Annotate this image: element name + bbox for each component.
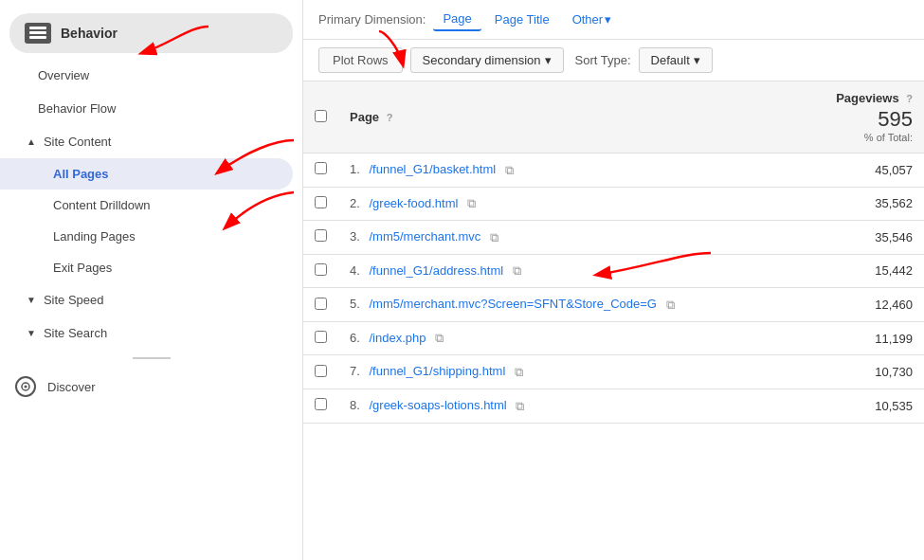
sidebar-section-site-content[interactable]: ▲ Site Content — [0, 125, 302, 158]
row-num-6: 7. — [350, 364, 360, 378]
row-checkbox-cell-7[interactable] — [303, 388, 338, 423]
row-checkbox-cell-6[interactable] — [303, 355, 338, 389]
table-row: 5. /mm5/merchant.mvc?Screen=SFNT&Store_C… — [303, 288, 924, 322]
row-checkbox-5[interactable] — [315, 331, 327, 343]
primary-dimension-bar: Primary Dimension: Page Page Title Other… — [303, 0, 924, 40]
copy-icon-2[interactable]: ⧉ — [490, 230, 505, 245]
sidebar-section-site-speed[interactable]: ▼ Site Speed — [0, 283, 302, 316]
dim-tab-other[interactable]: Other ▾ — [563, 9, 622, 30]
behavior-flow-label: Behavior Flow — [38, 101, 116, 116]
pageviews-val-5: 11,199 — [875, 332, 913, 346]
row-checkbox-6[interactable] — [315, 365, 327, 377]
row-checkbox-2[interactable] — [315, 229, 327, 242]
landing-pages-label: Landing Pages — [53, 229, 136, 244]
row-pageviews-cell-5: 11,199 — [796, 321, 924, 355]
sort-type-label: Sort Type: — [575, 53, 631, 67]
secondary-dimension-label: Secondary dimension — [423, 53, 541, 67]
copy-icon-5[interactable]: ⧉ — [435, 331, 450, 346]
sidebar: Behavior Overview Behavior Flow ▲ Site C… — [0, 0, 303, 560]
sidebar-item-all-pages[interactable]: All Pages — [0, 158, 293, 190]
copy-icon-7[interactable]: ⧉ — [516, 399, 531, 414]
table-body: 1. /funnel_G1/basket.html ⧉ 45,057 2. /g… — [303, 154, 924, 424]
table-row: 4. /funnel_G1/address.html ⧉ 15,442 — [303, 254, 924, 288]
table-row: 2. /greek-food.html ⧉ 35,562 — [303, 187, 924, 221]
page-link-3[interactable]: /funnel_G1/address.html — [369, 263, 503, 278]
row-pageviews-cell-0: 45,057 — [796, 154, 924, 188]
pageviews-val-2: 35,546 — [875, 230, 913, 244]
section-arrow-down-search: ▼ — [27, 328, 36, 338]
behavior-label: Behavior — [61, 26, 118, 41]
pageviews-val-6: 10,730 — [875, 365, 913, 379]
help-icon-pv[interactable]: ? — [906, 93, 913, 104]
main-content: Primary Dimension: Page Page Title Other… — [303, 0, 924, 560]
sidebar-item-exit-pages[interactable]: Exit Pages — [0, 252, 302, 283]
dim-tab-page[interactable]: Page — [433, 8, 480, 31]
select-all-checkbox[interactable] — [315, 110, 327, 122]
data-table: Page ? Pageviews ? 595 % of Total: — [303, 81, 924, 424]
secondary-dimension-dropdown[interactable]: Secondary dimension ▾ — [410, 47, 564, 73]
stats-sub: % of Total: — [807, 132, 913, 143]
sidebar-item-discover[interactable]: Discover — [0, 367, 302, 406]
table-row: 1. /funnel_G1/basket.html ⧉ 45,057 — [303, 154, 924, 188]
plot-rows-button[interactable]: Plot Rows — [318, 47, 403, 73]
row-num-1: 2. — [350, 196, 360, 210]
sidebar-section-site-search[interactable]: ▼ Site Search — [0, 316, 302, 350]
pageviews-val-3: 15,442 — [875, 263, 913, 278]
primary-dim-label: Primary Dimension: — [318, 12, 426, 27]
table-row: 7. /funnel_G1/shipping.html ⧉ 10,730 — [303, 355, 924, 389]
copy-icon-4[interactable]: ⧉ — [666, 298, 681, 313]
sidebar-item-behavior[interactable]: Behavior — [9, 13, 293, 53]
row-checkbox-1[interactable] — [315, 196, 327, 208]
row-checkbox-7[interactable] — [315, 398, 327, 410]
dim-tab-page-title-label: Page Title — [495, 12, 550, 27]
pageviews-val-7: 10,535 — [875, 399, 913, 413]
table-row: 3. /mm5/merchant.mvc ⧉ 35,546 — [303, 221, 924, 255]
help-icon-page[interactable]: ? — [387, 112, 393, 123]
pageviews-val-0: 45,057 — [875, 163, 913, 177]
page-link-4[interactable]: /mm5/merchant.mvc?Screen=SFNT&Store_Code… — [369, 297, 656, 311]
table-header-row: Page ? Pageviews ? 595 % of Total: — [303, 81, 924, 154]
sidebar-item-behavior-flow[interactable]: Behavior Flow — [0, 92, 302, 125]
row-checkbox-cell-1[interactable] — [303, 187, 338, 221]
sidebar-item-overview[interactable]: Overview — [0, 59, 302, 92]
page-link-1[interactable]: /greek-food.html — [369, 196, 458, 210]
copy-icon-3[interactable]: ⧉ — [513, 263, 528, 279]
row-page-cell-6: 7. /funnel_G1/shipping.html ⧉ — [338, 355, 796, 389]
row-checkbox-cell-0[interactable] — [303, 154, 338, 188]
dim-tab-page-title[interactable]: Page Title — [485, 9, 559, 30]
sort-default-dropdown[interactable]: Default ▾ — [639, 47, 713, 73]
site-search-label: Site Search — [44, 326, 107, 340]
row-checkbox-0[interactable] — [315, 162, 327, 174]
row-num-5: 6. — [350, 331, 360, 345]
page-link-6[interactable]: /funnel_G1/shipping.html — [369, 364, 505, 378]
table-row: 8. /greek-soaps-lotions.html ⧉ 10,535 — [303, 388, 924, 423]
section-arrow-up: ▲ — [27, 136, 36, 147]
copy-icon-0[interactable]: ⧉ — [505, 163, 520, 178]
row-checkbox-cell-4[interactable] — [303, 288, 338, 322]
row-page-cell-7: 8. /greek-soaps-lotions.html ⧉ — [338, 388, 796, 423]
page-link-7[interactable]: /greek-soaps-lotions.html — [369, 398, 506, 412]
table-row: 6. /index.php ⧉ 11,199 — [303, 321, 924, 355]
row-checkbox-cell-5[interactable] — [303, 321, 338, 355]
header-checkbox[interactable] — [303, 81, 338, 154]
svg-rect-0 — [29, 27, 46, 29]
row-checkbox-cell-3[interactable] — [303, 254, 338, 288]
page-link-5[interactable]: /index.php — [369, 331, 426, 345]
copy-icon-1[interactable]: ⧉ — [467, 196, 482, 211]
row-checkbox-3[interactable] — [315, 263, 327, 276]
page-link-0[interactable]: /funnel_G1/basket.html — [369, 162, 496, 176]
dim-tab-page-label: Page — [443, 11, 471, 26]
exit-pages-label: Exit Pages — [53, 261, 112, 275]
copy-icon-6[interactable]: ⧉ — [515, 365, 530, 380]
site-speed-label: Site Speed — [44, 293, 104, 307]
row-checkbox-4[interactable] — [315, 298, 327, 310]
page-link-2[interactable]: /mm5/merchant.mvc — [369, 229, 480, 244]
section-arrow-down-speed: ▼ — [27, 295, 36, 305]
pageviews-val-4: 12,460 — [875, 298, 913, 312]
header-page: Page ? — [338, 81, 796, 154]
row-checkbox-cell-2[interactable] — [303, 221, 338, 255]
sidebar-item-content-drilldown[interactable]: Content Drilldown — [0, 190, 302, 221]
all-pages-label: All Pages — [53, 167, 109, 181]
behavior-icon — [25, 23, 51, 44]
sidebar-item-landing-pages[interactable]: Landing Pages — [0, 221, 302, 252]
